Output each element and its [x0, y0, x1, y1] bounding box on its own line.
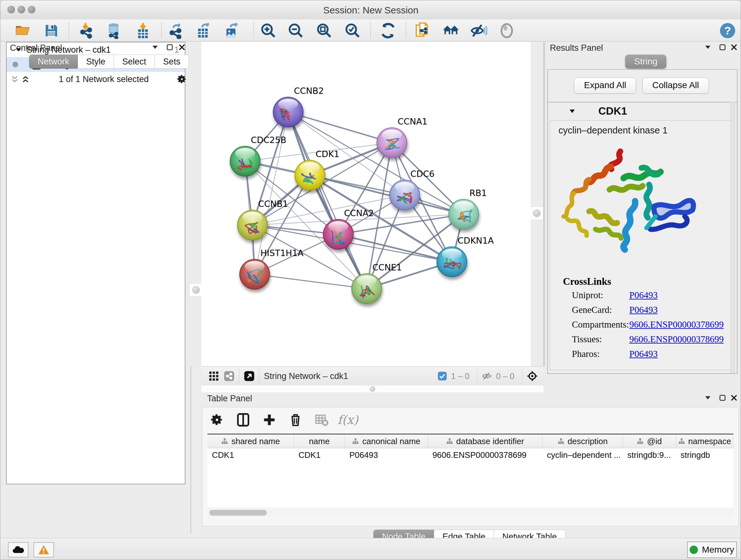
cell-name[interactable]: CDK1 — [294, 448, 345, 462]
table-horizontal-scrollbar[interactable] — [207, 508, 733, 517]
column-header-namespace[interactable]: namespace — [676, 435, 733, 448]
fit-selected-crosshair-icon[interactable] — [527, 371, 538, 381]
add-column-icon[interactable] — [261, 412, 278, 428]
tab-string[interactable]: String — [625, 55, 666, 69]
maximize-panel-icon[interactable] — [717, 393, 728, 402]
tab-network[interactable]: Network — [29, 55, 78, 69]
network-overview-icon[interactable] — [224, 371, 234, 381]
first-neighbors-icon[interactable] — [442, 22, 460, 39]
gene-section: CDK1 cyclin–dependent kinase 1 — [547, 102, 738, 374]
zoom-in-icon[interactable] — [260, 22, 277, 39]
divider-handle[interactable] — [530, 206, 543, 220]
memory-button[interactable]: Memory — [687, 542, 737, 558]
close-panel-icon[interactable] — [729, 393, 739, 402]
network-edge-CDK1-RB1[interactable] — [310, 175, 464, 214]
expand-all-networks-icon[interactable] — [20, 74, 31, 84]
cell-description[interactable]: cyclin–dependent ... — [542, 448, 623, 462]
warning-button[interactable] — [33, 542, 54, 557]
network-node-CDKN1A[interactable]: CDKN1A — [437, 236, 494, 277]
crosslink-link[interactable]: P06493 — [629, 349, 658, 363]
export-image-icon[interactable] — [223, 22, 241, 39]
network-canvas[interactable]: CCNB2CCNA1CDC25BCDK1CDC6RB1CCNB1CCNA2CDK… — [201, 42, 531, 366]
float-panel-icon[interactable] — [150, 43, 160, 52]
network-edge-HIST1H1A-CCNE1[interactable] — [255, 274, 367, 289]
open-session-icon[interactable] — [14, 22, 31, 39]
float-panel-icon[interactable] — [702, 43, 713, 52]
column-header-database-identifier[interactable]: database identifier — [428, 435, 542, 448]
network-node-CDC25B[interactable]: CDC25B — [230, 135, 286, 176]
collapse-triangle-icon[interactable] — [569, 109, 576, 114]
scrollbar-thumb[interactable] — [209, 510, 267, 516]
save-session-icon[interactable] — [43, 22, 60, 39]
network-node-CCNA1[interactable]: CCNA1 — [377, 117, 428, 158]
node-table[interactable]: shared namenamecanonical namedatabase id… — [207, 434, 733, 507]
column-header-@id[interactable]: @id — [623, 435, 676, 448]
import-network-file-icon[interactable] — [78, 22, 95, 39]
collapse-all-networks-icon[interactable] — [9, 74, 20, 84]
network-node-CCNA2[interactable]: CCNA2 — [323, 208, 374, 249]
delete-table-icon[interactable] — [313, 412, 330, 428]
birdseye-view-icon[interactable] — [244, 371, 255, 381]
show-columns-icon[interactable] — [235, 412, 252, 428]
control-panel-tabbar: NetworkStyleSelectSets — [29, 55, 189, 69]
maximize-panel-icon[interactable] — [717, 43, 728, 52]
import-table-icon[interactable] — [134, 22, 151, 39]
panel-divider[interactable] — [191, 42, 201, 366]
expand-all-button[interactable]: Expand All — [574, 78, 636, 94]
graphics-details-icon[interactable] — [498, 22, 515, 39]
tab-style[interactable]: Style — [78, 55, 114, 69]
export-table-icon[interactable] — [195, 22, 212, 39]
table-settings-gear-icon[interactable] — [209, 412, 225, 428]
close-panel-icon[interactable] — [729, 43, 739, 52]
tab-select[interactable]: Select — [114, 55, 155, 69]
horizontal-divider[interactable] — [201, 385, 543, 393]
network-node-HIST1H1A[interactable]: HIST1H1A — [240, 248, 304, 289]
zoom-selected-icon[interactable] — [344, 22, 361, 39]
maximize-panel-icon[interactable] — [164, 43, 175, 52]
crosslink-link[interactable]: 9606.ENSP00000378699 — [629, 334, 724, 349]
cloud-button[interactable] — [8, 542, 28, 557]
gene-section-header[interactable]: CDK1 — [548, 103, 737, 120]
cell-canonical-name[interactable]: P06493 — [345, 448, 428, 462]
clone-network-icon[interactable] — [414, 22, 431, 39]
crosslink-link[interactable]: P06493 — [629, 305, 658, 319]
collapse-all-button[interactable]: Collapse All — [643, 78, 709, 94]
crosslink-link[interactable]: P06493 — [629, 290, 658, 305]
network-edge-CCNB2-CCNA1[interactable] — [288, 112, 392, 143]
refresh-icon[interactable] — [380, 22, 397, 39]
import-network-database-icon[interactable] — [105, 22, 122, 39]
divider-handle[interactable] — [369, 386, 375, 392]
column-header-shared-name[interactable]: shared name — [207, 435, 294, 448]
help-icon[interactable]: ? — [719, 22, 736, 39]
export-network-icon[interactable] — [167, 22, 185, 39]
results-scrollbar[interactable] — [731, 102, 735, 373]
panel-divider[interactable] — [531, 42, 545, 366]
cell-namespace[interactable]: stringdb — [676, 448, 733, 462]
table-row[interactable]: CDK1CDK1P064939606.ENSP00000378699cyclin… — [207, 448, 733, 462]
zoom-fit-icon[interactable] — [316, 22, 333, 39]
cell-@id[interactable]: stringdb:9... — [623, 448, 676, 462]
column-header-description[interactable]: description — [542, 435, 623, 448]
network-node-RB1[interactable]: RB1 — [449, 188, 487, 229]
function-builder-icon[interactable]: f(x) — [340, 412, 356, 428]
divider-handle[interactable] — [189, 283, 203, 297]
network-node-CCNE1[interactable]: CCNE1 — [352, 262, 402, 304]
close-panel-icon[interactable] — [177, 43, 187, 52]
tab-sets[interactable]: Sets — [155, 55, 189, 69]
zoom-out-icon[interactable] — [287, 22, 305, 39]
delete-column-icon[interactable] — [287, 412, 304, 428]
cell-shared-name[interactable]: CDK1 — [207, 448, 294, 462]
hidden-eye-icon[interactable] — [482, 371, 493, 381]
column-header-name[interactable]: name — [294, 435, 345, 448]
hide-details-icon[interactable] — [470, 22, 487, 39]
network-node-CDK1[interactable]: CDK1 — [295, 149, 340, 190]
network-options-gear-icon[interactable] — [177, 74, 187, 84]
crosslink-link[interactable]: 9606.ENSP00000378699 — [629, 319, 724, 334]
control-panel: Control Panel NetworkStyleSelectSets 1 o… — [6, 42, 191, 534]
selected-checkbox-icon[interactable] — [437, 371, 448, 381]
grid-view-icon[interactable] — [208, 371, 219, 381]
column-header-canonical-name[interactable]: canonical name — [345, 435, 428, 448]
network-edge-CCNB2-CCNE1[interactable] — [288, 112, 367, 289]
cell-database-identifier[interactable]: 9606.ENSP00000378699 — [428, 448, 542, 462]
float-panel-icon[interactable] — [702, 393, 713, 402]
